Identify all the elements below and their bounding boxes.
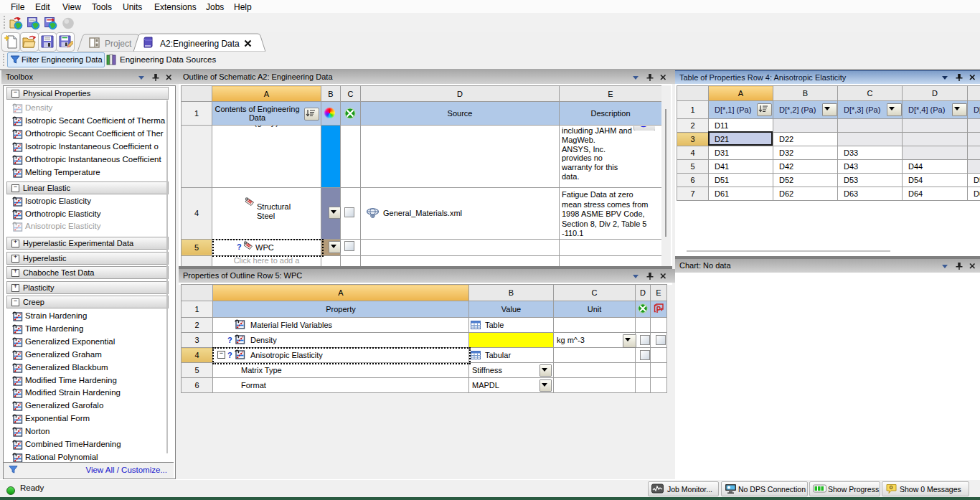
svg-text:0: 0 bbox=[890, 484, 893, 491]
